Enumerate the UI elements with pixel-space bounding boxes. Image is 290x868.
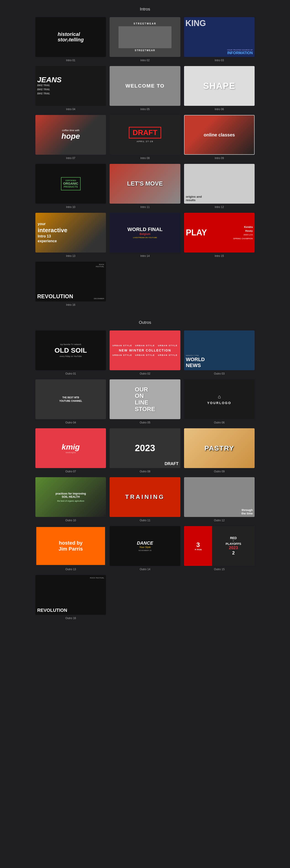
outro-09-card[interactable]: PASTRY Outro 09: [184, 428, 255, 473]
intro-03-label: Intro 03: [215, 59, 224, 62]
outro-07-card[interactable]: kmig weeknights Outro 07: [35, 428, 106, 473]
intros-section: Intros historicalstorytelling Intro 01 S…: [0, 0, 290, 313]
intro-10-card[interactable]: CERTIFIED ORGANIC PRODUCTS Intro 10: [35, 164, 106, 209]
outros-title: Outros: [5, 320, 285, 325]
intro-13-card[interactable]: yourinteractiveIntro 13experience Intro …: [35, 213, 106, 257]
intro-05-label: Intro 05: [140, 107, 150, 111]
intro-14-thumb: WORLD FINAL Belgium LIVESTREAM ON YOUTUB…: [109, 213, 180, 252]
intro-12-card[interactable]: origins andresults Intro 12: [184, 164, 255, 209]
outro-12-card[interactable]: throughthe time Outro 12: [184, 477, 255, 522]
intro-16-label: Intro 16: [66, 303, 75, 307]
outro-12-label: Outro 12: [214, 519, 225, 522]
outro-04-label: Outro 04: [65, 421, 76, 424]
outro-15-card[interactable]: 3 ✕ PAIN RED ✕ PLAYOFFS 2023 2 Outro 15: [184, 526, 255, 571]
intro-09-card[interactable]: online classes Intro 09: [184, 115, 255, 160]
intro-05-thumb: WELCOME TO: [109, 66, 180, 106]
intro-08-thumb: DRAFT APRIL 27-29: [109, 115, 180, 155]
intro-15-label: Intro 15: [215, 254, 224, 257]
outro-11-label: Outro 11: [140, 519, 151, 522]
intro-13-thumb: yourinteractiveIntro 13experience: [35, 213, 106, 252]
intro-11-card[interactable]: LET'S MOVE Intro 11: [109, 164, 180, 209]
outro-06-thumb: ⌂ YOURLOGO: [184, 379, 255, 419]
outros-section: Outros top favorite TV network OLD SOIL …: [0, 313, 290, 627]
outro-14-label: Outro 14: [140, 568, 151, 571]
outro-09-label: Outro 09: [214, 470, 225, 473]
outro-02-label: Outro 02: [140, 372, 151, 375]
intro-06-card[interactable]: SHAPE Intro 06: [184, 66, 255, 111]
intro-11-label: Intro 11: [140, 206, 150, 209]
intro-15-card[interactable]: PLAY KendraHovey2020 LCSSPRING CHAMPION …: [184, 213, 255, 257]
outro-06-label: Outro 06: [214, 421, 225, 424]
intro-11-thumb: LET'S MOVE: [109, 164, 180, 204]
intro-09-label: Intro 09: [215, 157, 224, 160]
intro-04-card[interactable]: JEANS BIKE TRAILBIKE TRAILBIKE TRAIL Int…: [35, 66, 106, 111]
intro-07-card[interactable]: coffee time with hope Intro 07: [35, 115, 106, 160]
outro-07-label: Outro 07: [65, 470, 76, 473]
outro-11-card[interactable]: TRAINING Outro 11: [109, 477, 180, 522]
outro-16-card[interactable]: ROCK FESTIVAL REVOLUTION Outro 16: [35, 575, 106, 620]
outro-10-thumb: practices for improvingSOIL HEALTH the b…: [35, 477, 106, 517]
intro-12-label: Intro 12: [215, 206, 224, 209]
outro-13-thumb: hosted byJim Parris: [35, 526, 106, 566]
intro-14-label: Intro 14: [140, 254, 150, 257]
intro-02-card[interactable]: STREETWEAR STREETWEAR Intro 02: [109, 17, 180, 62]
intro-03-card[interactable]: KING YOUR TRUSTED SOURCE OF INFORMATION …: [184, 17, 255, 62]
intro-02-thumb: STREETWEAR STREETWEAR: [109, 17, 180, 57]
intro-10-thumb: CERTIFIED ORGANIC PRODUCTS: [35, 164, 106, 204]
intro-08-card[interactable]: DRAFT APRIL 27-29 Intro 08: [109, 115, 180, 160]
outro-02-thumb: URBAN STYLE URBAN STYLE URBAN STYLE NEW …: [109, 331, 180, 370]
outro-10-label: Outro 10: [65, 519, 76, 522]
outro-03-label: Outro 03: [214, 372, 225, 375]
intro-06-label: Intro 06: [215, 107, 224, 111]
outro-08-thumb: 2023 DRAFT: [109, 428, 180, 468]
outro-02-card[interactable]: URBAN STYLE URBAN STYLE URBAN STYLE NEW …: [109, 331, 180, 375]
outro-13-card[interactable]: hosted byJim Parris Outro 13: [35, 526, 106, 571]
intro-09-thumb: online classes: [184, 115, 255, 155]
outro-07-thumb: kmig weeknights: [35, 428, 106, 468]
outro-15-thumb: 3 ✕ PAIN RED ✕ PLAYOFFS 2023 2: [184, 526, 255, 566]
outro-04-thumb: THE BEST MTBYOUTUBE CHANNEL: [35, 379, 106, 419]
outros-grid: top favorite TV network OLD SOIL every f…: [35, 331, 255, 620]
outro-08-label: Outro 08: [140, 470, 151, 473]
intro-16-thumb: ROCKFESTIVAL REVOLUTION DECEMBER: [35, 262, 106, 302]
outro-09-thumb: PASTRY: [184, 428, 255, 468]
outro-14-card[interactable]: DANCE Your Style NOVEMBER 20 Outro 14: [109, 526, 180, 571]
outro-14-thumb: DANCE Your Style NOVEMBER 20: [109, 526, 180, 566]
intro-01-label: Intro 01: [66, 59, 75, 62]
intro-03-thumb: KING YOUR TRUSTED SOURCE OF INFORMATION: [184, 17, 255, 57]
intros-title: Intros: [5, 7, 285, 12]
intro-08-label: Intro 08: [140, 157, 150, 160]
intro-07-thumb: coffee time with hope: [35, 115, 106, 155]
outro-08-card[interactable]: 2023 DRAFT Outro 08: [109, 428, 180, 473]
intros-grid: historicalstorytelling Intro 01 STREETWE…: [35, 17, 255, 307]
intro-13-label: Intro 13: [66, 254, 75, 257]
intro-07-label: Intro 07: [66, 157, 75, 160]
outro-16-thumb: ROCK FESTIVAL REVOLUTION: [35, 575, 106, 615]
outro-15-label: Outro 15: [214, 568, 225, 571]
outro-01-card[interactable]: top favorite TV network OLD SOIL every f…: [35, 331, 106, 375]
outro-01-label: Outro 01: [65, 372, 76, 375]
intro-05-card[interactable]: WELCOME TO Intro 05: [109, 66, 180, 111]
intro-14-card[interactable]: WORLD FINAL Belgium LIVESTREAM ON YOUTUB…: [109, 213, 180, 257]
intro-10-label: Intro 10: [66, 206, 75, 209]
outro-12-thumb: throughthe time: [184, 477, 255, 517]
outro-10-card[interactable]: practices for improvingSOIL HEALTH the b…: [35, 477, 106, 522]
outro-05-label: Outro 05: [140, 421, 151, 424]
outro-01-thumb: top favorite TV network OLD SOIL every f…: [35, 331, 106, 370]
intro-15-thumb: PLAY KendraHovey2020 LCSSPRING CHAMPION: [184, 213, 255, 252]
outro-06-card[interactable]: ⌂ YOURLOGO Outro 06: [184, 379, 255, 424]
outro-05-card[interactable]: OURONLINESTORE Outro 05: [109, 379, 180, 424]
intro-06-thumb: SHAPE: [184, 66, 255, 106]
outro-05-thumb: OURONLINESTORE: [109, 379, 180, 419]
intro-12-thumb: origins andresults: [184, 164, 255, 204]
outro-03-card[interactable]: NIGHTLY 7 P.M. WORLDNEWS Outro 03: [184, 331, 255, 375]
intro-02-label: Intro 02: [140, 59, 150, 62]
intro-01-card[interactable]: historicalstorytelling Intro 01: [35, 17, 106, 62]
outro-03-thumb: NIGHTLY 7 P.M. WORLDNEWS: [184, 331, 255, 370]
outro-11-thumb: TRAINING: [109, 477, 180, 517]
intro-01-thumb: historicalstorytelling: [35, 17, 106, 57]
outro-16-label: Outro 16: [65, 617, 76, 620]
outro-04-card[interactable]: THE BEST MTBYOUTUBE CHANNEL Outro 04: [35, 379, 106, 424]
intro-04-label: Intro 04: [66, 107, 75, 111]
intro-16-card[interactable]: ROCKFESTIVAL REVOLUTION DECEMBER Intro 1…: [35, 262, 106, 307]
